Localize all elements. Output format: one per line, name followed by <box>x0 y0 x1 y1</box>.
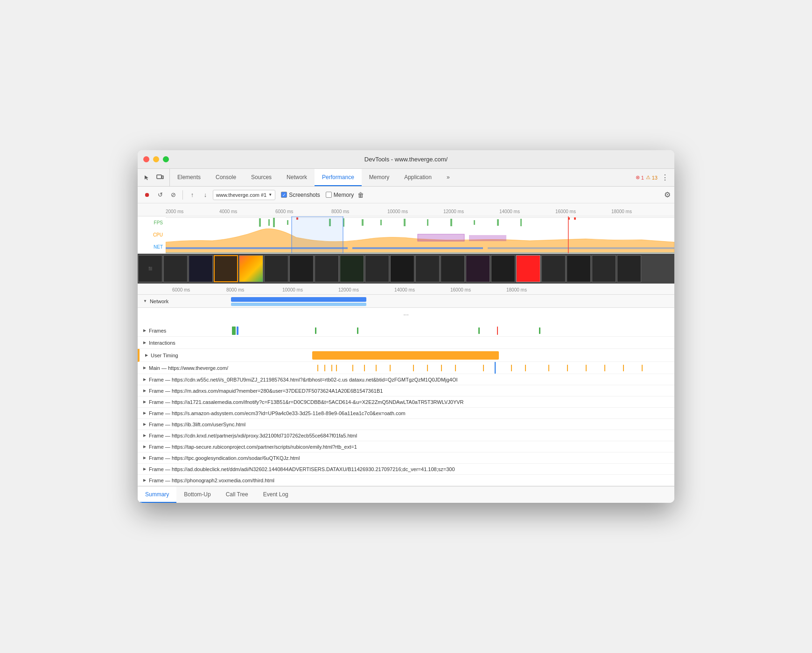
screenshot-thumb[interactable] <box>516 255 540 282</box>
screenshot-thumb[interactable] <box>567 255 591 282</box>
screenshot-thumb[interactable] <box>163 255 188 282</box>
tab-sources[interactable]: Sources <box>244 169 279 186</box>
devtools-right: ⊗ 1 ⚠ 13 ⋮ <box>632 169 674 186</box>
frame-row-6[interactable]: ▶ Frame — https://tap-secure.rubiconproj… <box>138 441 674 452</box>
tab-elements[interactable]: Elements <box>170 169 208 186</box>
svg-rect-26 <box>488 247 674 249</box>
svg-rect-1 <box>162 176 163 179</box>
frame-row-8[interactable]: ▶ Frame — https://ad.doubleclick.net/ddm… <box>138 464 674 475</box>
timeline-overview[interactable]: 2000 ms 4000 ms 6000 ms 8000 ms 10000 ms… <box>138 203 674 325</box>
tab-more[interactable]: » <box>439 169 457 186</box>
frames-track[interactable]: ▶ Frames <box>138 325 674 337</box>
interactions-label: ▶ Interactions <box>138 340 231 346</box>
performance-toolbar: ⏺ ↺ ⊘ ↑ ↓ www.theverge.com #1 ▼ ✓ Screen… <box>138 187 674 203</box>
cursor-icon[interactable] <box>141 172 153 183</box>
screenshot-thumb[interactable] <box>239 255 263 282</box>
expand-icon-1: ▶ <box>143 389 146 393</box>
tab-bottom-up[interactable]: Bottom-Up <box>176 486 218 503</box>
refresh-record-button[interactable]: ↺ <box>154 189 166 201</box>
screenshot-thumb-selected[interactable] <box>214 255 238 282</box>
screenshot-thumb[interactable] <box>541 255 566 282</box>
svg-rect-25 <box>352 247 483 249</box>
screenshots-checkbox[interactable]: ✓ <box>281 192 287 198</box>
screenshot-thumb[interactable] <box>365 255 389 282</box>
frame-row-2[interactable]: ▶ Frame — https://a1721.casalemedia.com/… <box>138 396 674 408</box>
tab-memory[interactable]: Memory <box>362 169 397 186</box>
screenshot-thumb[interactable] <box>592 255 616 282</box>
download-button[interactable]: ↓ <box>200 189 211 201</box>
tab-network[interactable]: Network <box>279 169 315 186</box>
screenshot-thumb[interactable]: ⬛ <box>138 255 162 282</box>
net-bar-1 <box>231 297 366 302</box>
screenshot-thumb[interactable] <box>390 255 414 282</box>
frame-row-0[interactable]: ▶ Frame — https://cdn.w55c.net/i/s_0RB7U… <box>138 374 674 385</box>
url-selector[interactable]: www.theverge.com #1 ▼ <box>213 190 275 200</box>
expand-user-timing-icon: ▶ <box>145 353 148 357</box>
screenshot-thumb[interactable] <box>491 255 515 282</box>
record-button[interactable]: ⏺ <box>141 189 153 201</box>
tab-summary[interactable]: Summary <box>138 486 176 503</box>
frame-label-9: ▶ Frame — https://phonograph2.voxmedia.c… <box>138 478 274 483</box>
svg-rect-37 <box>331 365 332 371</box>
interactions-track[interactable]: ▶ Interactions <box>138 337 674 349</box>
svg-rect-19 <box>574 217 576 220</box>
tab-console[interactable]: Console <box>208 169 244 186</box>
tracks-area: ▶ Frames ▶ Interactions <box>138 325 674 486</box>
warn-badge: ⚠ 13 <box>646 174 658 181</box>
tab-application[interactable]: Application <box>397 169 439 186</box>
svg-rect-55 <box>642 365 643 371</box>
screenshot-thumb[interactable] <box>340 255 364 282</box>
error-badge: ⊗ 1 <box>636 174 644 181</box>
screenshot-thumb[interactable] <box>617 255 641 282</box>
stop-button[interactable]: ⊘ <box>168 189 179 201</box>
svg-rect-30 <box>315 327 316 334</box>
screenshots-toggle[interactable]: ✓ Screenshots <box>281 192 320 198</box>
svg-rect-22 <box>166 252 674 253</box>
title-bar: DevTools - www.theverge.com/ <box>138 150 674 169</box>
memory-toggle[interactable]: Memory <box>326 192 354 198</box>
close-button[interactable] <box>143 156 149 162</box>
tab-call-tree[interactable]: Call Tree <box>218 486 256 503</box>
screenshot-thumb[interactable] <box>441 255 465 282</box>
svg-rect-29 <box>237 326 238 335</box>
device-icon[interactable] <box>154 172 166 183</box>
frame-row-4[interactable]: ▶ Frame — https://ib.3lift.com/userSync.… <box>138 419 674 430</box>
expand-icon-9: ▶ <box>143 478 146 482</box>
cpu-label: CPU <box>153 232 163 237</box>
svg-rect-12 <box>427 219 428 226</box>
expand-icon-7: ▶ <box>143 456 146 460</box>
maximize-button[interactable] <box>163 156 169 162</box>
memory-checkbox[interactable] <box>326 192 332 198</box>
screenshot-thumb[interactable] <box>264 255 288 282</box>
network-section-header[interactable]: ▼ Network <box>138 295 674 308</box>
screenshot-thumb[interactable] <box>315 255 339 282</box>
svg-rect-28 <box>232 326 236 335</box>
upload-button[interactable]: ↑ <box>187 189 198 201</box>
traffic-lights <box>143 156 169 162</box>
screenshots-strip[interactable]: ⬛ <box>138 254 674 284</box>
settings-button[interactable]: ⚙ <box>664 190 671 199</box>
more-menu-button[interactable]: ⋮ <box>659 173 671 182</box>
frame-row-1[interactable]: ▶ Frame — https://m.adnxs.com/mapuid?mem… <box>138 385 674 396</box>
screenshot-thumb[interactable] <box>466 255 490 282</box>
clear-button[interactable]: 🗑 <box>357 191 364 199</box>
tab-performance[interactable]: Performance <box>315 169 362 186</box>
minimize-button[interactable] <box>153 156 159 162</box>
frame-label-1: ▶ Frame — https://m.adnxs.com/mapuid?mem… <box>138 388 383 394</box>
expand-icon: ▼ <box>143 299 147 303</box>
tab-event-log[interactable]: Event Log <box>256 486 296 503</box>
screenshot-thumb[interactable] <box>415 255 440 282</box>
user-timing-track[interactable]: ▶ User Timing <box>138 349 674 362</box>
screenshot-thumb[interactable] <box>289 255 314 282</box>
timeline-ruler-2: 6000 ms 8000 ms 10000 ms 12000 ms 14000 … <box>138 284 674 295</box>
frame-row-9[interactable]: ▶ Frame — https://phonograph2.voxmedia.c… <box>138 475 674 486</box>
svg-rect-45 <box>441 365 442 371</box>
frame-row-5[interactable]: ▶ Frame — https://cdn.krxd.net/partnerjs… <box>138 430 674 441</box>
charts-canvas[interactable] <box>166 216 674 253</box>
svg-rect-6 <box>287 220 288 225</box>
frame-label-3: ▶ Frame — https://s.amazon-adsystem.com/… <box>138 410 406 416</box>
frame-row-3[interactable]: ▶ Frame — https://s.amazon-adsystem.com/… <box>138 408 674 419</box>
screenshot-thumb[interactable] <box>189 255 213 282</box>
main-track[interactable]: ▶ Main — https://www.theverge.com/ <box>138 362 674 374</box>
frame-row-7[interactable]: ▶ Frame — https://tpc.googlesyndication.… <box>138 452 674 464</box>
